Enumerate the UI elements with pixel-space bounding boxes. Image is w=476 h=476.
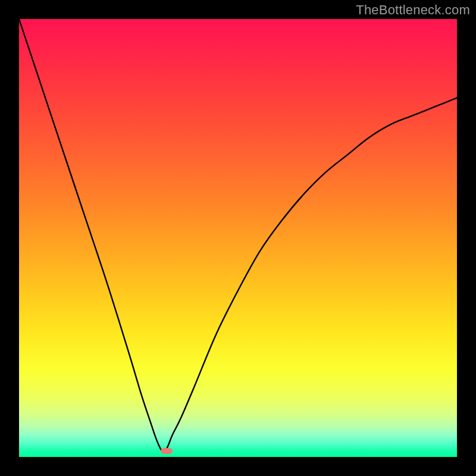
watermark-text: TheBottleneck.com (356, 2, 470, 18)
chart-frame: TheBottleneck.com (0, 0, 476, 476)
bottleneck-curve (19, 19, 457, 457)
optimum-marker (161, 448, 173, 454)
plot-area (19, 19, 457, 457)
